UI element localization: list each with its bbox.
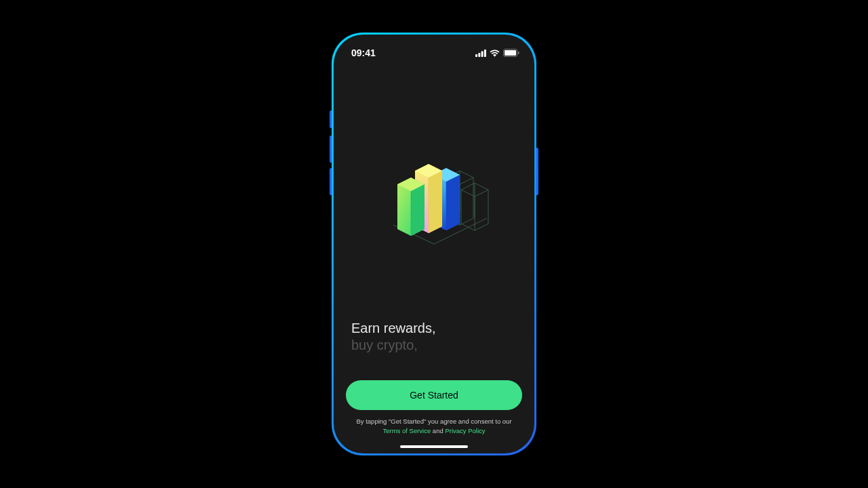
phone-device-frame: 09:41 — [332, 33, 536, 455]
power-button — [536, 148, 538, 195]
mute-switch — [330, 110, 332, 128]
get-started-button[interactable]: Get Started — [346, 380, 522, 410]
svg-rect-3 — [484, 49, 486, 57]
status-icons — [475, 49, 519, 57]
svg-rect-5 — [505, 50, 516, 56]
tagline-secondary: buy crypto, — [351, 338, 517, 353]
crypto-bars-illustration-icon — [373, 150, 495, 252]
volume-down-button — [330, 168, 332, 195]
volume-up-button — [330, 136, 332, 163]
hero-illustration-wrap — [346, 82, 522, 321]
status-bar: 09:41 — [334, 35, 534, 62]
tagline-primary: Earn rewards, — [351, 321, 517, 336]
legal-prefix: By tapping "Get Started" you agree and c… — [356, 418, 511, 425]
privacy-policy-link[interactable]: Privacy Policy — [445, 427, 485, 434]
legal-disclaimer: By tapping "Get Started" you agree and c… — [346, 417, 522, 436]
wifi-icon — [490, 49, 500, 57]
svg-rect-2 — [481, 51, 484, 57]
home-indicator[interactable] — [400, 445, 468, 448]
svg-rect-1 — [478, 53, 480, 57]
legal-and: and — [431, 427, 445, 434]
terms-of-service-link[interactable]: Terms of Service — [382, 427, 431, 434]
svg-rect-0 — [475, 54, 477, 57]
svg-rect-6 — [518, 52, 519, 54]
cellular-signal-icon — [475, 49, 486, 57]
tagline: Earn rewards, buy crypto, — [346, 321, 522, 380]
phone-screen: 09:41 — [334, 35, 534, 453]
status-time: 09:41 — [351, 47, 376, 58]
onboarding-content: Earn rewards, buy crypto, Get Started By… — [334, 62, 534, 436]
battery-icon — [503, 49, 519, 57]
